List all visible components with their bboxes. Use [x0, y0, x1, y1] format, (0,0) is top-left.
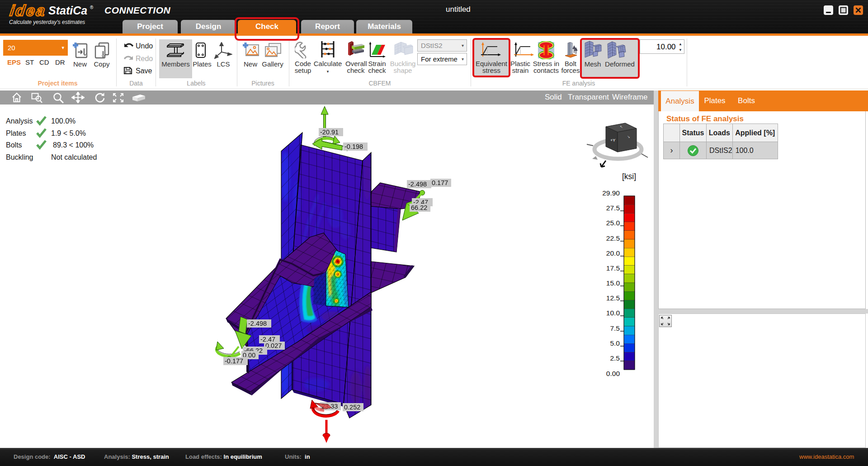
svg-text:Redo: Redo [136, 55, 153, 62]
svg-text:5.0: 5.0 [610, 339, 620, 347]
svg-text:-2.498: -2.498 [408, 181, 427, 188]
svg-text:-2.498: -2.498 [248, 320, 267, 327]
svg-text:20.0: 20.0 [606, 249, 620, 257]
svg-text:↘: ↘ [627, 135, 630, 139]
svg-text:-20.91: -20.91 [320, 128, 339, 136]
svg-text:12.5: 12.5 [606, 294, 620, 302]
svg-text:Save: Save [136, 67, 152, 75]
svg-text:0.00: 0.00 [606, 370, 620, 377]
svg-text:0.177: 0.177 [432, 179, 448, 186]
svg-text:17.5: 17.5 [606, 264, 620, 272]
svg-text:0.027: 0.027 [265, 342, 282, 349]
svg-text:27.5: 27.5 [606, 204, 620, 212]
svg-text:2.5: 2.5 [610, 354, 620, 362]
svg-text:↖: ↖ [620, 125, 623, 129]
svg-text:29.90: 29.90 [602, 189, 620, 197]
svg-text:25.0: 25.0 [606, 219, 620, 227]
svg-text:10.0: 10.0 [606, 309, 620, 317]
svg-text:-0.177: -0.177 [225, 357, 243, 365]
svg-text:[ksi]: [ksi] [622, 172, 636, 181]
svg-text:15.0: 15.0 [606, 279, 620, 287]
svg-text:7.5: 7.5 [610, 324, 620, 332]
svg-text:0.252: 0.252 [344, 404, 360, 411]
svg-text:66.22: 66.22 [411, 204, 427, 211]
svg-text:22.5: 22.5 [606, 234, 620, 242]
svg-text:-0.198: -0.198 [344, 143, 363, 150]
svg-text:Undo: Undo [136, 42, 153, 50]
svg-text:+Y: +Y [610, 138, 615, 143]
